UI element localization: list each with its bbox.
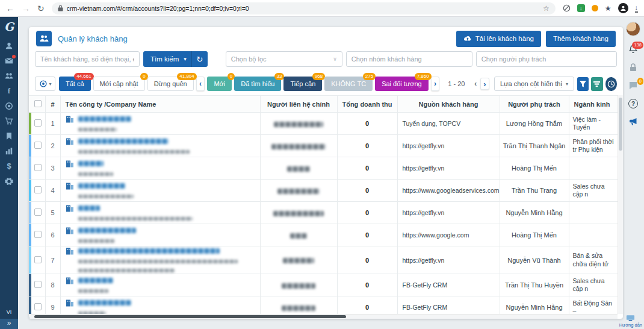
row-number: 2 bbox=[45, 135, 60, 157]
tab-tat-ca[interactable]: Tất cả 44,661 bbox=[59, 77, 91, 91]
contact-name-blurred bbox=[287, 166, 310, 172]
select-all-checkbox[interactable] bbox=[34, 100, 42, 107]
source-cell: https://getfly.vn bbox=[397, 202, 500, 224]
tab-dung-quen[interactable]: Đừng quên 41,804 bbox=[147, 77, 194, 91]
tab-moi[interactable]: Mới 0 bbox=[207, 77, 232, 91]
notifications-bell[interactable]: 138 bbox=[628, 45, 638, 54]
browser-toolbar: ← → ↻ crm-vietnam.com/#/crm/accounts?li=… bbox=[0, 0, 644, 17]
row-checkbox[interactable] bbox=[34, 303, 42, 310]
add-customer-button[interactable]: Thêm khách hàng bbox=[546, 31, 616, 47]
search-button[interactable]: Tìm kiếm ▾ ↻ bbox=[143, 51, 208, 67]
download-extension-icon[interactable]: ↓ bbox=[577, 4, 585, 12]
customer-group-select[interactable] bbox=[346, 51, 472, 67]
tab-tiep-can[interactable]: Tiếp cận 968 bbox=[283, 77, 322, 91]
caret-down-icon: ▾ bbox=[566, 81, 568, 87]
help-button[interactable]: ? bbox=[628, 99, 638, 108]
upload-customers-button[interactable]: Tải lên khách hàng bbox=[456, 31, 541, 47]
table-row[interactable]: 8 0 FB-GetFly CRM Trần Thị Thu Huyền Sal… bbox=[29, 274, 618, 296]
sidebar-item-revenue[interactable]: $ bbox=[4, 161, 14, 171]
sidebar-item-cart[interactable] bbox=[4, 116, 14, 126]
vertical-scrollbar-thumb[interactable] bbox=[619, 98, 622, 151]
company-name-blurred[interactable] bbox=[78, 205, 100, 211]
table-row[interactable]: 2 0 https://getfly.vn Trần Thị Thanh Ngâ… bbox=[29, 135, 618, 157]
page-next-button[interactable]: › bbox=[480, 78, 489, 90]
getfly-logo[interactable]: G bbox=[4, 20, 14, 33]
assignee-select[interactable] bbox=[476, 51, 617, 67]
chat-widget[interactable]: 0 bbox=[628, 81, 638, 90]
chevron-down-icon: ∨ bbox=[333, 56, 337, 62]
sidebar-item-target[interactable] bbox=[4, 101, 14, 111]
row-checkbox[interactable] bbox=[34, 256, 42, 263]
refresh-icon[interactable]: ↻ bbox=[192, 55, 208, 64]
company-name-blurred[interactable] bbox=[78, 161, 104, 166]
horizontal-scrollbar-thumb[interactable] bbox=[34, 315, 346, 318]
sidebar-item-inbox[interactable] bbox=[4, 56, 14, 66]
table-row[interactable]: 4 0 https://www.googleadservices.com Trầ… bbox=[29, 180, 618, 202]
row-checkbox[interactable] bbox=[34, 164, 42, 171]
row-checkbox[interactable] bbox=[34, 208, 42, 216]
row-checkbox[interactable] bbox=[34, 186, 42, 193]
blocker-shield-icon[interactable] bbox=[563, 4, 571, 12]
company-address-blurred bbox=[78, 172, 113, 176]
sidebar-collapse-button[interactable]: » bbox=[0, 319, 18, 329]
tab-badge: 275 bbox=[363, 73, 376, 80]
company-name-blurred[interactable] bbox=[78, 139, 169, 144]
search-input[interactable] bbox=[35, 51, 140, 67]
sidebar-item-facebook[interactable]: f bbox=[4, 86, 14, 96]
orange-extension-icon[interactable] bbox=[592, 5, 598, 11]
row-checkbox[interactable] bbox=[34, 281, 42, 288]
reload-icon[interactable]: ↻ bbox=[37, 4, 45, 13]
table-row[interactable]: 5 0 https://getfly.vn Nguyễn Minh Hằng bbox=[29, 202, 618, 224]
company-name-blurred[interactable] bbox=[78, 278, 113, 283]
sidebar-item-reports[interactable] bbox=[4, 146, 14, 156]
table-row[interactable]: 1 0 Tuyển dụng, TOPCV Lương Hồng Thắm Vi… bbox=[29, 113, 618, 135]
security-lock[interactable] bbox=[628, 63, 638, 72]
row-checkbox[interactable] bbox=[34, 231, 42, 238]
downloads-icon[interactable]: ↓ bbox=[635, 4, 639, 13]
table-row[interactable]: 6 0 https://www.google.com Hoàng Thị Mến bbox=[29, 224, 618, 246]
company-name-blurred[interactable] bbox=[78, 300, 131, 306]
vertical-scrollbar[interactable] bbox=[618, 95, 623, 314]
tab-badge: 44,661 bbox=[74, 73, 93, 80]
tabs-scroll-right-button[interactable]: › bbox=[431, 77, 440, 91]
forward-icon[interactable]: → bbox=[22, 4, 30, 13]
row-checkbox[interactable] bbox=[34, 142, 42, 149]
column-picker-button[interactable]: Lựa chọn cột hiển thị ▾ bbox=[494, 77, 574, 91]
tabs-scroll-left-button[interactable]: ‹ bbox=[196, 77, 205, 91]
bookmark-star-icon[interactable]: ☆ bbox=[543, 4, 550, 13]
tab-moi-cap-nhat[interactable]: Mới cập nhật 0 bbox=[93, 77, 145, 91]
language-toggle[interactable]: VI bbox=[7, 309, 12, 315]
customers-table: # Tên công ty /Company Name Người liên h… bbox=[29, 95, 623, 319]
company-name-blurred[interactable] bbox=[78, 228, 136, 233]
company-name-blurred[interactable] bbox=[78, 183, 125, 189]
sidebar-item-bookmark[interactable] bbox=[4, 131, 14, 141]
announcements-button[interactable] bbox=[628, 117, 638, 127]
company-name-blurred[interactable] bbox=[78, 116, 131, 122]
tab-sai-doi-tuong[interactable]: Sai đối tượng 7,860 bbox=[375, 77, 429, 91]
page-prev-button[interactable]: ‹ bbox=[471, 78, 480, 90]
row-checkbox[interactable] bbox=[34, 119, 42, 127]
horizontal-scrollbar[interactable] bbox=[29, 314, 618, 319]
sidebar-item-user[interactable] bbox=[4, 41, 14, 51]
funnel-chart-button[interactable] bbox=[591, 77, 602, 91]
table-row[interactable]: 3 0 https://getfly.vn Hoàng Thị Mến bbox=[29, 157, 618, 180]
back-icon[interactable]: ← bbox=[6, 4, 14, 13]
table-row[interactable]: 7 0 https://getfly.vn Nguyễn Vũ Thành Bá… bbox=[29, 246, 618, 274]
tab-da-tim-hieu[interactable]: Đã tìm hiểu 33 bbox=[234, 77, 281, 91]
history-button[interactable] bbox=[605, 77, 617, 91]
user-avatar[interactable] bbox=[626, 22, 640, 36]
sidebar-item-customers[interactable] bbox=[4, 71, 14, 81]
quick-filter-button[interactable]: ▾ bbox=[35, 77, 55, 91]
guide-link[interactable]: Hướng dẫn bbox=[619, 315, 642, 328]
company-name-blurred[interactable] bbox=[78, 248, 220, 254]
extension-star-icon[interactable]: ★ bbox=[605, 4, 611, 13]
filter-button[interactable] bbox=[577, 77, 589, 91]
profile-avatar-icon[interactable] bbox=[618, 3, 628, 13]
industry-cell: Phân phối thời tr Phụ kiện bbox=[569, 135, 618, 157]
tab-khong-tc[interactable]: KHÔNG TC 275 bbox=[324, 77, 373, 91]
lock-icon bbox=[58, 5, 63, 11]
sidebar-item-settings[interactable] bbox=[4, 177, 14, 186]
address-bar[interactable]: crm-vietnam.com/#/crm/accounts?li=20;pg=… bbox=[52, 2, 556, 14]
company-icon bbox=[66, 299, 74, 307]
filter-select[interactable]: Chọn bộ lọc ∨ bbox=[226, 51, 342, 67]
